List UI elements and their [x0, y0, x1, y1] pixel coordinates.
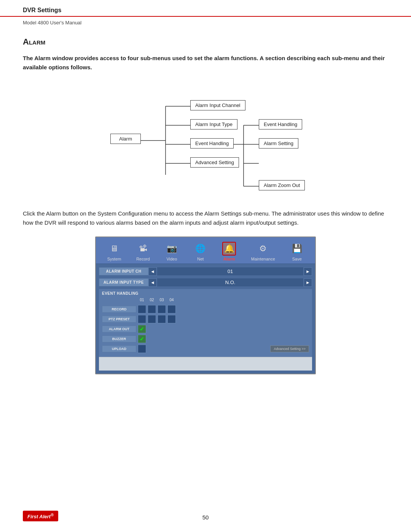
dvr-nav-net-label: Net	[197, 257, 204, 261]
net-icon: 🌐	[194, 242, 207, 256]
record-icon: 📽	[136, 242, 150, 256]
ch-label-01: 01	[138, 298, 146, 302]
page-number: 50	[0, 514, 411, 521]
diagram-node-alarm-setting: Alarm Setting	[259, 138, 298, 149]
ptz-preset-row: PTZ PRESET	[102, 315, 309, 323]
dvr-nav: 🖥 System 📽 Record 📷 Video 🌐 Net 🔔	[96, 237, 315, 264]
alarm-input-ch-left-arrow[interactable]: ◄	[148, 267, 157, 276]
main-content: Alarm The Alarm window provides access t…	[0, 29, 411, 397]
ptz-ch4[interactable]	[167, 315, 176, 323]
ptz-ch3[interactable]	[158, 315, 166, 323]
ch-label-02: 02	[148, 298, 156, 302]
ptz-preset-label: PTZ PRESET	[102, 316, 136, 323]
diagram: Alarm Alarm Input Channel Alarm Input Ty…	[99, 83, 312, 198]
dvr-bottom-bar	[99, 357, 312, 371]
record-row: RECORD	[102, 305, 309, 313]
event-handling-section: EVENT HANDLING 01 02 03 04 RECORD	[99, 289, 312, 357]
alarm-input-ch-right-arrow[interactable]: ►	[304, 267, 312, 276]
buzzer-ch1[interactable]: ✓	[138, 335, 146, 343]
alarm-input-ch-value: 01	[157, 267, 304, 276]
ptz-ch1[interactable]	[138, 315, 146, 323]
diagram-container: Alarm Alarm Input Channel Alarm Input Ty…	[23, 83, 388, 198]
record-ch4[interactable]	[167, 305, 176, 313]
alarm-out-ch1[interactable]: ✓	[138, 325, 146, 333]
ch-label-04: 04	[167, 298, 176, 302]
dvr-nav-net[interactable]: 🌐 Net	[190, 240, 211, 264]
record-ch3[interactable]	[158, 305, 166, 313]
buzzer-row: BUZZER ✓	[102, 335, 309, 343]
intro-paragraph: The Alarm window provides access to four…	[23, 54, 388, 72]
advanced-setting-button[interactable]: Advanced Setting >>	[270, 345, 309, 352]
alarm-input-type-row: ALARM INPUT TYPE ◄ N.O. ►	[99, 278, 312, 287]
dvr-nav-system-label: System	[107, 257, 121, 261]
upload-label: UPLOAD	[102, 345, 136, 352]
alarm-input-ch-label: ALARM INPUT CH	[99, 267, 148, 275]
dvr-nav-record-label: Record	[136, 257, 150, 261]
diagram-node-alarm-zoom-out: Alarm Zoom Out	[259, 180, 305, 190]
body-paragraph-2: Click the Alarm button on the System Con…	[23, 209, 388, 227]
diagram-node-event-handling: Event Handling	[190, 138, 234, 149]
record-ch2[interactable]	[148, 305, 156, 313]
dvr-nav-system[interactable]: 🖥 System	[104, 240, 125, 264]
ptz-ch2[interactable]	[148, 315, 156, 323]
upload-ch1[interactable]	[138, 345, 146, 353]
alarm-input-type-label: ALARM INPUT TYPE	[99, 278, 148, 286]
header-title: DVR Settings	[23, 7, 388, 14]
dvr-nav-video-label: Video	[166, 257, 177, 261]
alarm-out-label: ALARM OUT	[102, 326, 136, 332]
alarm-out-checkmark: ✓	[140, 326, 144, 332]
dvr-nav-maintenance-label: Maintenance	[251, 257, 275, 261]
dvr-nav-alarm[interactable]: 🔔 Alarm	[218, 240, 240, 264]
buzzer-label: BUZZER	[102, 335, 136, 342]
save-icon: 💾	[290, 242, 304, 256]
diagram-node-advanced-setting: Advanced Setting	[190, 157, 239, 168]
alarm-input-type-right-arrow[interactable]: ►	[304, 278, 312, 287]
diagram-node-alarm-input-type: Alarm Input Type	[190, 119, 237, 129]
record-ch1[interactable]	[138, 305, 146, 313]
dvr-nav-alarm-label: Alarm	[223, 257, 235, 261]
header: DVR Settings	[0, 0, 411, 17]
dvr-nav-save[interactable]: 💾 Save	[286, 240, 307, 264]
alarm-input-type-left-arrow[interactable]: ◄	[148, 278, 157, 287]
alarm-out-row: ALARM OUT ✓	[102, 325, 309, 333]
dvr-nav-video[interactable]: 📷 Video	[161, 240, 182, 264]
page-container: DVR Settings Model 4800 User's Manual Al…	[0, 0, 411, 532]
sub-header: Model 4800 User's Manual	[0, 18, 411, 29]
dvr-nav-save-label: Save	[292, 257, 302, 261]
upload-row: UPLOAD Advanced Setting >>	[102, 345, 309, 353]
record-label: RECORD	[102, 306, 136, 313]
diagram-alarm-box: Alarm	[110, 134, 141, 144]
dvr-screenshot: 🖥 System 📽 Record 📷 Video 🌐 Net 🔔	[95, 236, 316, 374]
alarm-icon: 🔔	[222, 242, 236, 256]
maintenance-icon: ⚙	[256, 242, 270, 256]
dvr-content: ALARM INPUT CH ◄ 01 ► ALARM INPUT TYPE ◄…	[96, 264, 315, 374]
dvr-nav-maintenance[interactable]: ⚙ Maintenance	[247, 240, 279, 264]
diagram-node-alarm-input-channel: Alarm Input Channel	[190, 100, 245, 110]
system-icon: 🖥	[107, 242, 121, 256]
ch-label-03: 03	[158, 298, 166, 302]
section-title: Alarm	[23, 37, 388, 47]
diagram-node-event-handling-right: Event Handling	[259, 119, 302, 129]
alarm-input-ch-row: ALARM INPUT CH ◄ 01 ►	[99, 267, 312, 276]
buzzer-checkmark: ✓	[140, 336, 144, 342]
video-icon: 📷	[165, 242, 178, 256]
dvr-nav-record[interactable]: 📽 Record	[132, 240, 154, 264]
alarm-input-type-value: N.O.	[157, 278, 304, 287]
event-handling-label: EVENT HANDLING	[102, 291, 309, 296]
